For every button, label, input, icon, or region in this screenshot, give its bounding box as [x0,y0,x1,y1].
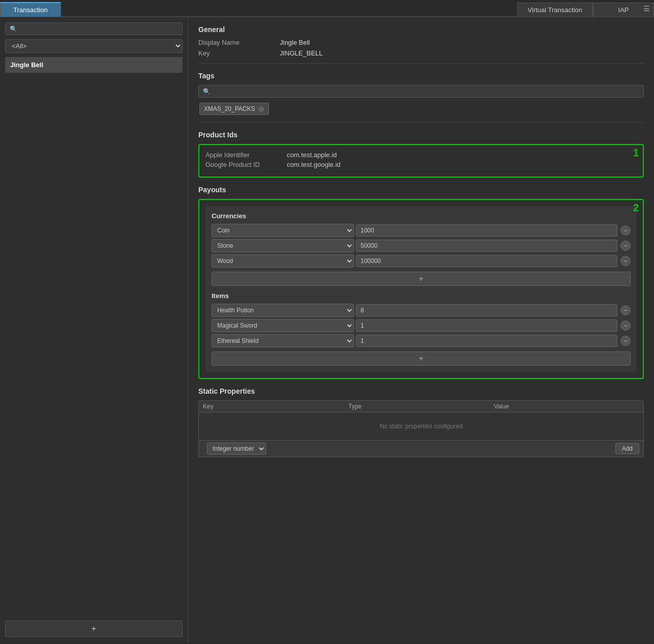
currency-value-stone[interactable] [356,240,617,252]
google-id-row: Google Product ID com.test.google.id [205,161,637,168]
tag-chip-remove[interactable]: ⊖ [258,105,264,113]
apple-id-row: Apple Identifier com.test.apple.id [205,151,637,159]
main-layout: 🔍 <All> Jingle Bell + General Display Na… [0,17,654,642]
search-box: 🔍 [5,22,183,35]
tags-title: Tags [198,72,644,80]
currency-row-coin: Coin − [212,224,631,237]
tag-chip-label: XMAS_20_PACKS [204,105,255,112]
key-row: Key JINGLE_BELL [198,49,644,57]
tags-search-icon: 🔍 [203,88,211,95]
apple-id-label: Apple Identifier [205,151,287,159]
tab-transaction[interactable]: Transaction [0,2,61,17]
display-name-value: Jingle Bell [280,39,310,46]
product-ids-title: Product Ids [198,131,644,139]
tags-chips: XMAS_20_PACKS ⊖ [198,102,644,116]
tags-search-input[interactable] [213,87,639,95]
item-select-ethereal-shield[interactable]: Ethereal Shield [212,334,354,347]
tab-virtual-transaction[interactable]: Virtual Transaction [517,3,593,17]
remove-magical-sword-button[interactable]: − [620,320,631,331]
tag-chip-xmas: XMAS_20_PACKS ⊖ [199,103,269,115]
key-value: JINGLE_BELL [280,49,323,57]
currency-select-coin[interactable]: Coin [212,224,354,237]
currency-row-stone: Stone − [212,239,631,252]
item-value-ethereal-shield[interactable] [356,335,617,347]
product-ids-section: 1 Apple Identifier com.test.apple.id Goo… [198,144,644,178]
remove-stone-button[interactable]: − [620,241,631,251]
tags-search-box: 🔍 [198,85,644,98]
col-type: Type [348,403,494,410]
item-row-health-potion: Health Potion − [212,304,631,317]
divider-2 [198,122,644,123]
apple-id-value: com.test.apple.id [287,151,337,159]
static-props-add-button[interactable]: Add [615,443,639,454]
add-item-button[interactable]: + [212,352,631,366]
add-currency-button[interactable]: + [212,272,631,286]
item-value-magical-sword[interactable] [356,319,617,332]
static-props-header: Key Type Value [198,400,644,413]
search-input[interactable] [19,25,178,33]
menu-icon[interactable]: ☰ [643,5,650,13]
currency-select-stone[interactable]: Stone [212,239,354,252]
sidebar-item-jingle-bell[interactable]: Jingle Bell [5,57,183,73]
remove-coin-button[interactable]: − [620,225,631,236]
item-value-health-potion[interactable] [356,304,617,316]
key-label: Key [198,49,280,57]
tab-bar: Transaction Virtual Transaction IAP ☰ [0,0,654,17]
payouts-number: 2 [633,202,639,214]
payouts-inner: Currencies Coin − Stone − [205,206,637,372]
google-id-label: Google Product ID [205,161,287,168]
currencies-title: Currencies [212,212,631,220]
payouts-title: Payouts [198,186,644,194]
display-name-label: Display Name [198,39,280,46]
remove-health-potion-button[interactable]: − [620,305,631,315]
currency-row-wood: Wood − [212,254,631,268]
currency-value-coin[interactable] [356,224,617,237]
remove-wood-button[interactable]: − [620,256,631,266]
content-area: General Display Name Jingle Bell Key JIN… [188,17,654,642]
add-transaction-button[interactable]: + [5,621,183,637]
type-select[interactable]: Integer number String Float Boolean [207,443,266,455]
item-select-magical-sword[interactable]: Magical Sword [212,319,354,332]
static-props-footer: Integer number String Float Boolean Add [198,441,644,457]
static-props-empty: No static properties configured [198,413,644,441]
items-title: Items [212,292,631,300]
general-title: General [198,25,644,34]
item-row-ethereal-shield: Ethereal Shield − [212,334,631,347]
col-key: Key [203,403,348,410]
product-ids-number: 1 [633,147,639,159]
display-name-row: Display Name Jingle Bell [198,39,644,46]
google-id-value: com.test.google.id [287,161,341,168]
tab-spacer-1 [61,16,517,17]
item-select-health-potion[interactable]: Health Potion [212,304,354,317]
filter-select[interactable]: <All> [5,39,183,53]
remove-ethereal-shield-button[interactable]: − [620,336,631,346]
sidebar-footer: + [5,616,183,637]
item-row-magical-sword: Magical Sword − [212,319,631,332]
divider-1 [198,63,644,64]
col-value: Value [494,403,639,410]
sidebar: 🔍 <All> Jingle Bell + [0,17,188,642]
currency-select-wood[interactable]: Wood [212,254,354,268]
static-props-title: Static Properties [198,387,644,395]
currency-value-wood[interactable] [356,255,617,267]
payouts-section: 2 Currencies Coin − Stone − [198,199,644,379]
search-icon: 🔍 [10,25,17,33]
